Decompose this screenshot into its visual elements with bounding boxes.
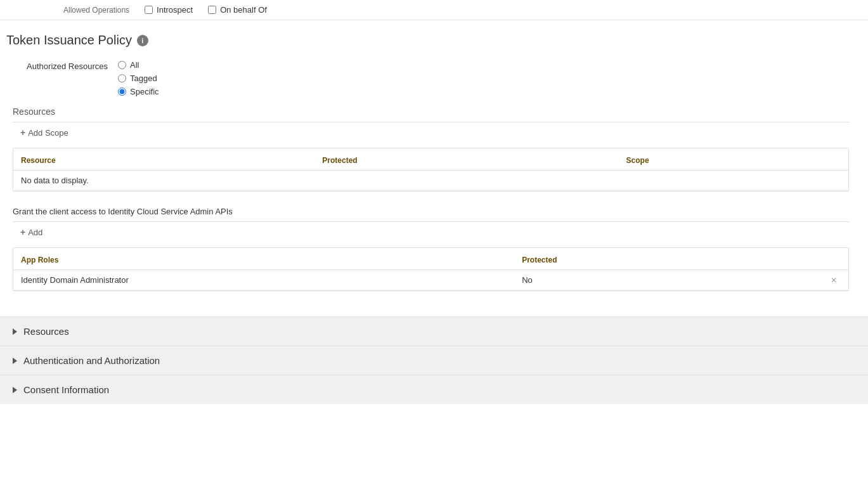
- resources-no-data-row: No data to display.: [13, 171, 848, 191]
- radio-option-tagged: Tagged: [118, 74, 159, 83]
- add-scope-label: Add Scope: [28, 128, 68, 138]
- radio-option-all: All: [118, 60, 159, 70]
- resources-chevron-icon: [13, 328, 17, 335]
- resources-table-container: Resource Protected Scope No data to disp…: [13, 148, 849, 192]
- resources-no-data: No data to display.: [13, 171, 848, 191]
- on-behalf-of-label[interactable]: On behalf Of: [220, 5, 267, 15]
- resources-subsection-title: Resources: [13, 107, 849, 117]
- consent-chevron-icon: [13, 387, 17, 393]
- main-content: Token Issuance Policy i Authorized Resou…: [0, 20, 868, 304]
- col-protected: Protected: [314, 151, 618, 171]
- authorized-resources-radio-group: All Tagged Specific: [118, 60, 159, 96]
- grant-section: Grant the client access to Identity Clou…: [13, 207, 849, 291]
- radio-option-specific: Specific: [118, 87, 159, 96]
- on-behalf-of-checkbox-group: On behalf Of: [208, 5, 267, 15]
- resources-table: Resource Protected Scope No data to disp…: [13, 151, 848, 191]
- info-icon[interactable]: i: [137, 35, 148, 46]
- add-plus-icon: +: [20, 227, 25, 237]
- resources-divider: [13, 122, 849, 122]
- radio-specific-label[interactable]: Specific: [130, 87, 159, 96]
- col-resource: Resource: [13, 151, 314, 171]
- allowed-operations-label: Allowed Operations: [63, 6, 129, 15]
- authorized-resources-label: Authorized Resources: [6, 60, 108, 71]
- protected-cell: No: [514, 270, 823, 290]
- auth-chevron-icon: [13, 358, 17, 364]
- token-issuance-policy-header: Token Issuance Policy i: [6, 33, 849, 48]
- authorized-resources-row: Authorized Resources All Tagged Specific: [6, 60, 849, 96]
- app-role-cell: Identity Domain Administrator: [13, 270, 514, 290]
- radio-tagged[interactable]: [118, 74, 126, 82]
- resources-table-header-row: Resource Protected Scope: [13, 151, 848, 171]
- table-row: Identity Domain Administrator No ✕: [13, 270, 848, 290]
- grant-divider: [13, 221, 849, 222]
- on-behalf-of-checkbox[interactable]: [208, 6, 216, 14]
- radio-all-label[interactable]: All: [130, 60, 139, 70]
- add-button[interactable]: + Add: [13, 222, 50, 242]
- grant-table-header-row: App Roles Protected: [13, 250, 848, 270]
- col-grant-protected: Protected: [514, 250, 823, 270]
- add-scope-plus-icon: +: [20, 127, 25, 138]
- grant-table-container: App Roles Protected Identity Domain Admi…: [13, 247, 849, 291]
- collapsible-resources-label: Resources: [23, 326, 69, 337]
- grant-table: App Roles Protected Identity Domain Admi…: [13, 250, 848, 290]
- collapsible-auth-label: Authentication and Authorization: [23, 355, 160, 366]
- radio-all[interactable]: [118, 61, 126, 69]
- radio-specific[interactable]: [118, 88, 126, 96]
- collapsible-consent-label: Consent Information: [23, 384, 109, 395]
- introspect-checkbox[interactable]: [145, 6, 153, 14]
- token-issuance-policy-title: Token Issuance Policy: [6, 33, 132, 48]
- resources-subsection: Resources + Add Scope Resource Protected…: [13, 107, 849, 192]
- col-scope: Scope: [619, 151, 848, 171]
- delete-cell: ✕: [823, 270, 848, 290]
- grant-title: Grant the client access to Identity Clou…: [13, 207, 849, 216]
- col-app-roles: App Roles: [13, 250, 514, 270]
- col-actions: [823, 250, 848, 270]
- collapsible-resources[interactable]: Resources: [0, 316, 868, 346]
- collapsible-consent[interactable]: Consent Information: [0, 375, 868, 404]
- add-scope-button[interactable]: + Add Scope: [13, 122, 76, 143]
- introspect-label[interactable]: Introspect: [157, 5, 193, 15]
- introspect-checkbox-group: Introspect: [145, 5, 193, 15]
- add-label: Add: [28, 228, 42, 237]
- top-bar: Allowed Operations Introspect On behalf …: [0, 0, 868, 20]
- delete-row-icon[interactable]: ✕: [831, 276, 837, 285]
- collapsible-sections: Resources Authentication and Authorizati…: [0, 316, 868, 404]
- collapsible-auth-and-auth[interactable]: Authentication and Authorization: [0, 346, 868, 375]
- radio-tagged-label[interactable]: Tagged: [130, 74, 157, 83]
